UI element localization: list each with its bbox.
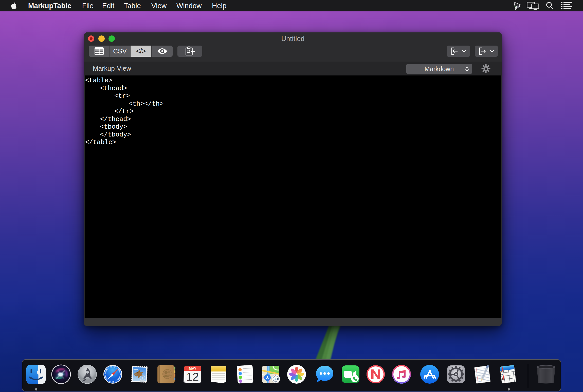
svg-text:3D: 3D bbox=[274, 377, 278, 381]
svg-text:MAY: MAY bbox=[189, 366, 196, 370]
svg-text:12: 12 bbox=[187, 370, 199, 383]
